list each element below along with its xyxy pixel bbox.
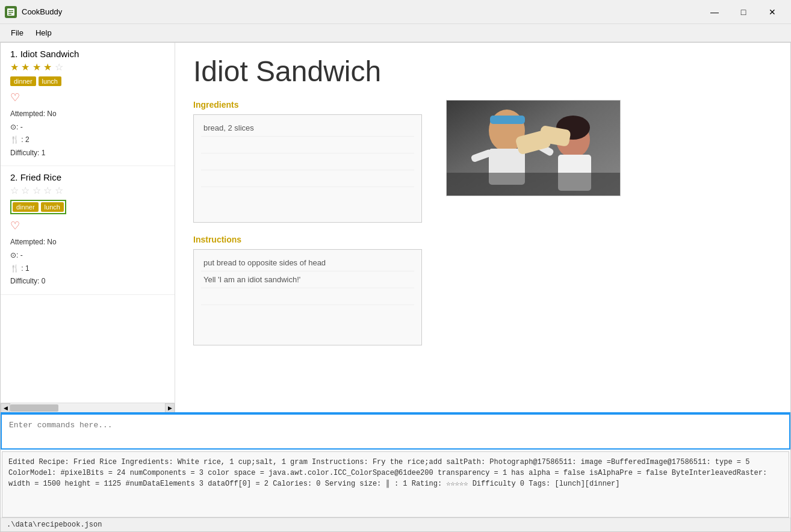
- star-empty-r2-5: ☆: [55, 185, 63, 196]
- recipe-image: [446, 100, 621, 196]
- recipe-image-container: [446, 100, 621, 357]
- ingredient-3: [201, 153, 414, 170]
- star-empty-1: ☆: [55, 62, 63, 72]
- svg-rect-1: [8, 10, 13, 11]
- status-bar: .\data\recipebook.json: [1, 518, 790, 531]
- bottom-area: Edited Recipe: Fried Rice Ingredients: W…: [1, 412, 790, 531]
- star-empty-r2-2: ☆: [21, 185, 29, 196]
- app-body: Modified recipe tags 1. Idiot Sandwich ★…: [1, 43, 790, 412]
- menu-file[interactable]: File: [5, 26, 29, 40]
- menubar: File Help: [0, 24, 791, 42]
- instructions-label: Instructions: [193, 235, 422, 244]
- recipe-2-attempted: Attempted: No: [10, 236, 165, 249]
- recipe-1-heart: ♡: [10, 91, 165, 104]
- close-button[interactable]: ✕: [758, 2, 786, 22]
- recipe-2-time: ⊙: -: [10, 249, 165, 262]
- recipe-2-number: 2.: [10, 172, 20, 182]
- star-filled-3: ★: [33, 62, 41, 72]
- ingredient-1: bread, 2 slices: [201, 120, 414, 137]
- recipe-1-time: ⊙: -: [10, 121, 165, 134]
- ingredients-box: bread, 2 slices: [193, 114, 422, 223]
- recipe-1-attempted: Attempted: No: [10, 108, 165, 121]
- recipe-1-number: 1.: [10, 49, 20, 59]
- hscroll-right-btn[interactable]: ▶: [165, 403, 175, 413]
- titlebar: CookBuddy — □ ✕: [0, 0, 791, 24]
- star-filled-4: ★: [43, 62, 52, 72]
- sidebar: Modified recipe tags 1. Idiot Sandwich ★…: [1, 43, 175, 412]
- minimize-button[interactable]: —: [701, 2, 728, 22]
- recipe-1-meta: Attempted: No ⊙: - 🍴 : 2 Difficulty: 1: [10, 108, 165, 159]
- recipe-2-stars: ☆ ☆ ☆ ☆ ☆: [10, 185, 165, 196]
- hscroll-track[interactable]: [10, 403, 165, 412]
- svg-rect-6: [490, 116, 525, 124]
- app-logo: [5, 6, 17, 18]
- recipe-image-svg: [447, 101, 621, 196]
- instruction-1: put bread to opposite sides of head: [201, 255, 414, 271]
- recipe-1-tags: dinner lunch: [10, 76, 165, 86]
- window-controls: — □ ✕: [701, 2, 786, 22]
- svg-rect-15: [447, 173, 621, 196]
- recipe-1-servings: 🍴 : 2: [10, 134, 165, 147]
- output-area: Edited Recipe: Fried Rice Ingredients: W…: [2, 451, 789, 518]
- content-columns: Ingredients bread, 2 slices Instructions…: [193, 100, 772, 357]
- recipe-1-title: 1. Idiot Sandwich: [10, 49, 165, 59]
- recipe-item-1[interactable]: 1. Idiot Sandwich ★ ★ ★ ★ ☆ dinner lunch: [1, 43, 175, 166]
- tag-lunch-2: lunch: [41, 202, 64, 212]
- star-filled-1: ★: [10, 62, 19, 72]
- recipe-1-name: Idiot Sandwich: [20, 49, 79, 59]
- sidebar-hscroll[interactable]: ◀ ▶: [1, 403, 175, 412]
- app-title: CookBuddy: [22, 7, 701, 16]
- instruction-3: [201, 288, 414, 305]
- recipe-2-servings: 🍴 : 1: [10, 262, 165, 276]
- recipe-2-name: Fried Rice: [20, 172, 61, 182]
- app-container: Modified recipe tags 1. Idiot Sandwich ★…: [0, 42, 791, 532]
- ingredient-4: [201, 170, 414, 187]
- hscroll-thumb[interactable]: [10, 404, 58, 412]
- recipe-2-heart: ♡: [10, 219, 165, 232]
- sidebar-scroll[interactable]: 1. Idiot Sandwich ★ ★ ★ ★ ☆ dinner lunch: [1, 43, 175, 403]
- star-filled-2: ★: [21, 62, 29, 72]
- recipe-main-title: Idiot Sandwich: [193, 55, 772, 88]
- recipe-2-tags-wrapper: dinner lunch: [10, 200, 165, 214]
- instruction-2: Yell 'I am an idiot sandwich!': [201, 271, 414, 288]
- recipe-1-difficulty: Difficulty: 1: [10, 147, 165, 160]
- recipe-1-stars: ★ ★ ★ ★ ☆: [10, 61, 165, 73]
- svg-rect-2: [8, 12, 13, 13]
- star-empty-r2-1: ☆: [10, 185, 19, 196]
- star-empty-r2-3: ☆: [33, 185, 41, 196]
- ingredients-label: Ingredients: [193, 100, 422, 110]
- hscroll-left-btn[interactable]: ◀: [1, 403, 10, 413]
- command-input[interactable]: [1, 413, 790, 450]
- star-empty-r2-4: ☆: [43, 185, 52, 196]
- maximize-button[interactable]: □: [730, 2, 757, 22]
- recipe-2-title: 2. Fried Rice: [10, 172, 165, 182]
- recipe-2-difficulty: Difficulty: 0: [10, 275, 165, 288]
- tag-dinner-1: dinner: [10, 76, 36, 86]
- svg-rect-3: [8, 14, 11, 15]
- recipe-2-meta: Attempted: No ⊙: - 🍴 : 1 Difficulty: 0: [10, 236, 165, 288]
- recipe-2-tags-highlighted: dinner lunch: [10, 200, 66, 214]
- recipe-item-2[interactable]: 2. Fried Rice ☆ ☆ ☆ ☆ ☆ dinner lunch: [1, 166, 175, 294]
- menu-help[interactable]: Help: [29, 26, 58, 40]
- recipe-details-column: Ingredients bread, 2 slices Instructions…: [193, 100, 422, 357]
- ingredient-2: [201, 137, 414, 153]
- instructions-box: put bread to opposite sides of head Yell…: [193, 249, 422, 345]
- main-content: Idiot Sandwich Ingredients bread, 2 slic…: [175, 43, 790, 412]
- tag-dinner-2: dinner: [13, 202, 39, 212]
- tag-lunch-1: lunch: [39, 76, 61, 86]
